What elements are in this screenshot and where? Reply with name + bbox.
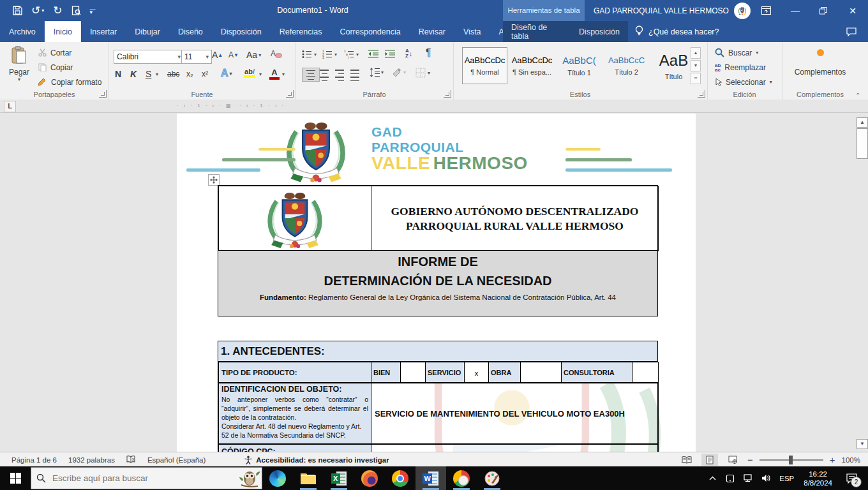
web-layout-icon[interactable] — [724, 454, 741, 466]
tab-disposicion[interactable]: Disposición — [212, 21, 271, 42]
borders-button[interactable]: ▾ — [415, 68, 430, 78]
style-titulo-1[interactable]: AaBbC( Título 1 — [557, 47, 602, 84]
cell-bien-value[interactable] — [400, 362, 426, 383]
accessibility-status[interactable]: Accesibilidad: es necesario investigar — [244, 456, 389, 464]
redo-icon[interactable]: ↻ — [53, 4, 62, 17]
account-info[interactable]: GAD PARROQUIAL VALLE HERMOSO — [594, 0, 751, 21]
font-color-button[interactable]: A — [269, 68, 280, 80]
align-center-button[interactable] — [320, 68, 329, 82]
justify-button[interactable] — [350, 68, 359, 82]
search-input[interactable] — [51, 473, 200, 484]
tray-volume-icon[interactable] — [758, 466, 774, 490]
highlight-dropdown[interactable]: ▾ — [259, 71, 262, 77]
styles-scroll-down[interactable]: ▼ — [691, 60, 701, 71]
portapapeles-dialog-launcher[interactable] — [99, 90, 107, 98]
ribbon-display-options-icon[interactable] — [753, 0, 779, 21]
tab-correspondencia[interactable]: Correspondencia — [331, 21, 409, 42]
tray-clock[interactable]: 16:228/8/2024 — [800, 470, 836, 487]
font-color-dropdown[interactable]: ▾ — [282, 71, 285, 77]
zoom-slider[interactable] — [760, 459, 823, 461]
tab-stop-selector[interactable]: L — [4, 101, 16, 112]
taskbar-word-icon[interactable]: W — [415, 466, 446, 490]
tray-network-icon[interactable] — [740, 466, 756, 490]
taskbar-excel-icon[interactable]: X — [324, 466, 354, 490]
superscript-button[interactable]: x² — [202, 70, 208, 78]
minimize-button[interactable]: — — [782, 0, 808, 21]
decrease-indent-button[interactable] — [368, 50, 378, 58]
parrafo-dialog-launcher[interactable] — [444, 90, 451, 98]
taskbar-chrome-app-icon[interactable] — [446, 466, 477, 490]
undo-icon[interactable]: ↺▾ — [31, 4, 44, 17]
scrollbar-down-button[interactable]: ▼ — [857, 439, 868, 449]
change-case-button[interactable]: Aa▾ — [246, 50, 261, 60]
taskbar-firefox-icon[interactable] — [354, 466, 385, 490]
tab-referencias[interactable]: Referencias — [271, 21, 331, 42]
start-button[interactable] — [0, 466, 31, 490]
horizontal-ruler[interactable]: · ı · 1 · ı · ▦ · ı · 1 · ı · — [177, 103, 696, 110]
format-painter-button[interactable]: Copiar formato — [38, 75, 101, 89]
tab-inicio[interactable]: Inicio — [45, 21, 81, 42]
style-sin-espaciado[interactable]: AaBbCcDc ¶ Sin espa... — [509, 47, 555, 84]
print-layout-icon[interactable] — [701, 454, 718, 466]
find-button[interactable]: Buscar▾ — [715, 46, 758, 59]
page-indicator[interactable]: Página 1 de 6 — [11, 456, 57, 464]
taskbar-file-explorer-icon[interactable] — [293, 466, 324, 490]
zoom-in-button[interactable]: + — [830, 454, 835, 465]
zoom-slider-thumb[interactable] — [789, 456, 793, 464]
underline-dropdown[interactable]: ▾ — [156, 71, 158, 77]
tab-vista[interactable]: Vista — [454, 21, 490, 42]
text-effects-button[interactable]: A▾ — [221, 68, 232, 79]
sort-button[interactable]: AZ↓ — [405, 48, 412, 59]
tray-chevron-icon[interactable] — [705, 466, 720, 490]
font-family-combo[interactable]: Calibri▾ — [114, 50, 184, 64]
bold-button[interactable]: N — [115, 69, 121, 79]
cell-obra-value[interactable] — [520, 362, 562, 383]
word-count[interactable]: 1932 palabras — [68, 456, 115, 464]
grow-font-button[interactable]: A▲ — [212, 50, 223, 60]
restore-button[interactable] — [811, 0, 836, 21]
styles-scroll-up[interactable]: ▲ — [691, 47, 701, 59]
align-right-button[interactable] — [335, 68, 344, 82]
language-indicator[interactable]: Español (España) — [147, 456, 206, 464]
comments-icon[interactable] — [846, 21, 857, 42]
clear-formatting-button[interactable]: A — [271, 48, 282, 59]
avatar[interactable] — [734, 3, 751, 19]
select-button[interactable]: Seleccionar▾ — [715, 75, 772, 89]
complementos-button[interactable]: Complementos — [782, 47, 858, 77]
customize-qat-icon[interactable]: —▾ — [90, 8, 96, 14]
action-center-icon[interactable]: 2 — [839, 466, 864, 490]
subscript-button[interactable]: x₂ — [186, 70, 193, 78]
table-move-handle[interactable] — [208, 174, 220, 186]
numbering-button[interactable]: 123▾ — [322, 50, 337, 59]
tab-diseno[interactable]: Diseño — [169, 21, 212, 42]
scrollbar-up-button[interactable]: ▲ — [857, 117, 868, 128]
font-size-combo[interactable]: 11▾ — [181, 50, 212, 64]
collapse-ribbon-icon[interactable]: ⌃ — [855, 92, 860, 99]
shrink-font-button[interactable]: A▼ — [228, 50, 239, 59]
style-normal[interactable]: AaBbCcDc ¶ Normal — [462, 47, 507, 84]
underline-button[interactable]: S — [146, 69, 151, 79]
tray-tablet-icon[interactable] — [722, 466, 738, 490]
taskbar-paint-app-icon[interactable] — [477, 466, 507, 490]
align-left-button[interactable] — [302, 68, 320, 82]
show-marks-button[interactable]: ¶ — [426, 47, 431, 59]
copy-button[interactable]: Copiar — [38, 61, 73, 74]
tab-archivo[interactable]: Archivo — [0, 21, 45, 42]
tab-dibujar[interactable]: Dibujar — [126, 21, 169, 42]
cell-identificacion-value[interactable]: SERVICIO DE MANTENIMIENTO DEL VEHICULO M… — [371, 383, 659, 445]
highlight-button[interactable]: ab/ — [244, 68, 255, 78]
scrollbar-thumb[interactable] — [857, 128, 868, 159]
zoom-level[interactable]: 100% — [842, 456, 860, 464]
print-preview-icon[interactable] — [71, 6, 81, 15]
style-titulo-2[interactable]: AaBbCcC Título 2 — [604, 47, 649, 84]
taskbar-chrome-icon[interactable] — [385, 466, 415, 490]
document-page[interactable]: GAD PARROQUIAL VALLE HERMOSO GOBIERNO A — [177, 114, 696, 452]
taskbar-search[interactable] — [31, 467, 262, 489]
taskbar-edge-icon[interactable] — [262, 466, 293, 490]
cut-button[interactable]: Cortar — [38, 46, 71, 59]
save-icon[interactable] — [13, 6, 22, 15]
multilevel-list-button[interactable]: 1ai▾ — [344, 50, 359, 59]
strikethrough-button[interactable]: abc — [167, 70, 179, 78]
tab-disposicion-tabla[interactable]: Disposición — [571, 21, 628, 42]
italic-button[interactable]: K — [130, 69, 137, 79]
